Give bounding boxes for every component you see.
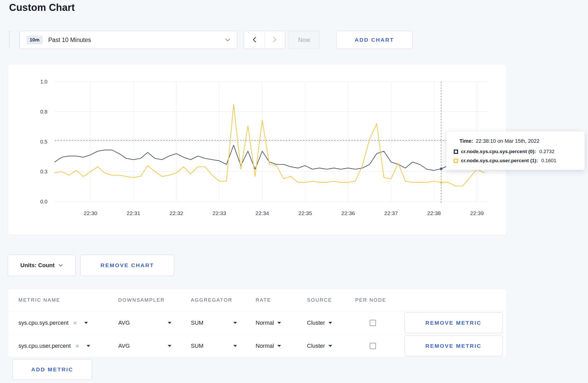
rate-select[interactable]: Normal <box>256 343 281 349</box>
caret-down-icon <box>84 322 88 324</box>
tooltip-time-row: Time: 22:38:10 on Mar 15th, 2022 <box>459 138 577 144</box>
svg-text:22:34: 22:34 <box>255 210 269 216</box>
remove-chart-button[interactable]: REMOVE CHART <box>80 255 174 276</box>
time-range-badge: 10m <box>26 36 43 44</box>
aggregator-value: SUM <box>191 320 204 326</box>
timeseries-chart[interactable]: 0.00.30.50.81.022:3022:3122:3222:3322:34… <box>8 64 507 235</box>
metrics-table: METRIC NAME DOWNSAMPLER AGGREGATOR RATE … <box>8 289 507 357</box>
downsampler-value: AVG <box>118 343 130 349</box>
header-source: SOURCE <box>307 297 355 303</box>
chevron-down-icon <box>59 263 63 268</box>
caret-down-icon <box>328 322 332 324</box>
aggregator-select[interactable]: SUM <box>191 343 237 349</box>
svg-text:22:35: 22:35 <box>298 210 312 216</box>
header-aggregator: AGGREGATOR <box>191 297 256 303</box>
source-select[interactable]: Cluster <box>307 320 332 326</box>
per-node-checkbox[interactable] <box>370 320 376 326</box>
tooltip-series-value: 0.2732 <box>539 149 554 154</box>
series-user-swatch-icon <box>454 159 458 163</box>
chevron-right-icon <box>273 37 277 43</box>
tooltip-series-label: cr.node.sys.cpu.sys.percent (0): <box>461 149 536 154</box>
svg-text:22:33: 22:33 <box>213 210 226 216</box>
add-metric-button[interactable]: ADD METRIC <box>12 359 92 380</box>
header-downsampler: DOWNSAMPLER <box>118 297 191 303</box>
metric-row: sys.cpu.user.percent × AVG SUM Normal Cl… <box>8 334 506 357</box>
rate-value: Normal <box>256 320 274 326</box>
tooltip-series-row: cr.node.sys.cpu.user.percent (1): 0.1601 <box>454 158 577 164</box>
svg-text:22:31: 22:31 <box>127 210 140 216</box>
header-per-node: PER NODE <box>355 297 404 303</box>
source-value: Cluster <box>307 343 325 349</box>
downsampler-select[interactable]: AVG <box>118 320 171 326</box>
per-node-checkbox[interactable] <box>370 343 376 349</box>
aggregator-value: SUM <box>191 343 204 349</box>
add-chart-label: ADD CHART <box>355 37 394 43</box>
next-time-button[interactable] <box>264 31 285 49</box>
metric-name-select[interactable]: sys.cpu.sys.percent × <box>18 320 118 326</box>
custom-chart-panel[interactable]: 0.00.30.50.81.022:3022:3122:3222:3322:34… <box>8 64 507 235</box>
time-step-group <box>244 31 285 49</box>
metrics-table-header: METRIC NAME DOWNSAMPLER AGGREGATOR RATE … <box>8 289 506 311</box>
svg-text:22:39: 22:39 <box>470 210 484 216</box>
tooltip-series-value: 0.1601 <box>541 158 556 164</box>
caret-down-icon <box>233 322 237 324</box>
chevron-left-icon <box>253 37 256 43</box>
rate-select[interactable]: Normal <box>256 320 281 326</box>
svg-text:1.0: 1.0 <box>40 79 47 84</box>
caret-down-icon <box>168 322 171 324</box>
source-select[interactable]: Cluster <box>307 343 332 349</box>
aggregator-select[interactable]: SUM <box>191 320 237 326</box>
svg-text:22:37: 22:37 <box>384 210 398 216</box>
caret-down-icon <box>277 322 281 324</box>
caret-down-icon <box>328 345 332 347</box>
now-button[interactable]: Now <box>289 31 319 49</box>
add-metric-label: ADD METRIC <box>31 366 73 373</box>
svg-text:0.0: 0.0 <box>40 199 47 204</box>
remove-metric-label: REMOVE METRIC <box>425 320 481 326</box>
add-chart-button[interactable]: ADD CHART <box>336 31 412 49</box>
time-range-dropdown[interactable]: 10m Past 10 Minutes <box>19 31 237 49</box>
caret-down-icon <box>168 345 171 347</box>
clear-metric-icon[interactable]: × <box>73 320 77 326</box>
remove-metric-button[interactable]: REMOVE METRIC <box>404 336 502 356</box>
time-range-label: Past 10 Minutes <box>48 37 91 44</box>
units-dropdown-label: Units: Count <box>20 262 55 269</box>
remove-metric-button[interactable]: REMOVE METRIC <box>404 313 502 333</box>
remove-chart-label: REMOVE CHART <box>101 262 154 268</box>
source-value: Cluster <box>307 320 325 326</box>
svg-text:22:38: 22:38 <box>427 210 441 216</box>
remove-metric-label: REMOVE METRIC <box>425 343 481 349</box>
svg-text:22:36: 22:36 <box>341 210 355 216</box>
page-title: Custom Chart <box>9 2 75 13</box>
series-sys-swatch-icon <box>454 150 458 154</box>
svg-text:22:32: 22:32 <box>170 210 183 216</box>
chart-hover-tooltip: Time: 22:38:10 on Mar 15th, 2022 cr.node… <box>446 131 585 170</box>
header-rate: RATE <box>256 297 307 303</box>
tooltip-series-row: cr.node.sys.cpu.sys.percent (0): 0.2732 <box>454 149 577 154</box>
caret-down-icon <box>233 345 237 347</box>
metric-name-value: sys.cpu.user.percent <box>18 343 71 349</box>
now-button-label: Now <box>298 37 310 44</box>
svg-text:0.5: 0.5 <box>40 139 47 145</box>
header-metric-name: METRIC NAME <box>18 297 118 303</box>
metric-name-value: sys.cpu.sys.percent <box>18 320 68 326</box>
caret-down-icon <box>87 345 90 347</box>
rate-value: Normal <box>256 343 274 349</box>
metric-row: sys.cpu.sys.percent × AVG SUM Normal Clu… <box>8 311 506 334</box>
units-dropdown[interactable]: Units: Count <box>8 255 75 276</box>
prev-time-button[interactable] <box>244 31 264 49</box>
tooltip-time-label: Time: <box>459 138 473 144</box>
chevron-down-icon <box>225 38 230 41</box>
clear-metric-icon[interactable]: × <box>75 343 79 349</box>
caret-down-icon <box>277 345 281 347</box>
toolbar-left-divider <box>9 31 10 49</box>
svg-text:0.3: 0.3 <box>40 169 47 174</box>
tooltip-time-value: 22:38:10 on Mar 15th, 2022 <box>476 138 540 144</box>
downsampler-select[interactable]: AVG <box>118 343 171 349</box>
metric-name-select[interactable]: sys.cpu.user.percent × <box>18 343 118 349</box>
svg-text:0.8: 0.8 <box>40 109 47 115</box>
downsampler-value: AVG <box>118 320 130 326</box>
tooltip-series-label: cr.node.sys.cpu.user.percent (1): <box>461 158 538 164</box>
svg-text:22:30: 22:30 <box>84 210 97 216</box>
